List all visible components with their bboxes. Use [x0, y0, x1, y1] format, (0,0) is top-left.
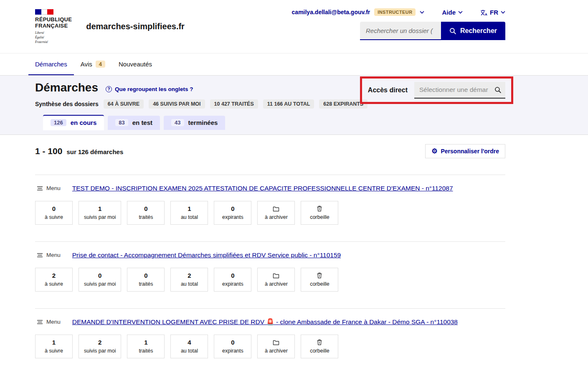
role-badge: INSTRUCTEUR	[374, 8, 416, 16]
gov-name: RÉPUBLIQUE FRANÇAISE	[35, 17, 72, 29]
results-total: sur 126 démarches	[66, 148, 123, 155]
stat-suivis-par-moi[interactable]: 0 suivis par moi	[79, 268, 121, 292]
archive-button[interactable]: à archiver	[257, 268, 295, 292]
account-row: camilya.dellali@beta.gouv.fr INSTRUCTEUR…	[292, 8, 505, 16]
stat-a-suivre[interactable]: 2 à suivre	[35, 268, 73, 292]
stat-expirants[interactable]: 0 expirants	[214, 335, 251, 358]
badge-traites: 10 427 TRAITÉS	[210, 99, 258, 109]
customize-order-button[interactable]: ⚙ Personnaliser l'ordre	[425, 144, 505, 158]
tab-terminees[interactable]: 43 terminées	[164, 116, 225, 130]
tab-en-test-label: en test	[132, 119, 152, 126]
language-selector[interactable]: A FR	[480, 9, 505, 16]
nav-tab-nouveautes[interactable]: Nouveautés	[112, 53, 159, 75]
procedure-row: Menu DEMANDE D'INTERVENTION LOGEMENT AVE…	[35, 308, 505, 375]
site-title[interactable]: demarches-simplifiees.fr	[86, 22, 185, 31]
tab-en-test[interactable]: 83 en test	[108, 116, 160, 130]
language-label: FR	[490, 9, 498, 16]
menu-label: Menu	[46, 252, 61, 258]
procedure-list: Menu TEST DEMO - INSCRIPTION EXAMEN 2025…	[35, 175, 505, 375]
row-menu-button[interactable]: Menu	[35, 251, 62, 259]
annotation-highlight-box: Accès direct	[360, 76, 513, 104]
page-title: Démarches	[35, 81, 98, 94]
trash-button[interactable]: corbeille	[301, 335, 338, 358]
nav-tab-label: Avis	[81, 61, 92, 68]
procedure-title-link[interactable]: Prise de contact - Accompagnement Démarc…	[72, 251, 341, 259]
tab-en-cours[interactable]: 126 en cours	[43, 115, 104, 130]
nav-tab-label: Démarches	[35, 61, 67, 68]
translate-icon: A	[480, 10, 487, 16]
help-label: Aide	[442, 9, 456, 16]
direct-access-select[interactable]	[414, 82, 505, 99]
stat-traites[interactable]: 0 traités	[127, 268, 165, 292]
folder-icon	[273, 339, 279, 346]
folder-icon	[273, 272, 279, 279]
main-content: 1 - 100 sur 126 démarches ⚙ Personnalise…	[35, 144, 505, 375]
chevron-down-icon[interactable]	[420, 11, 424, 14]
republique-francaise-logo: RÉPUBLIQUE FRANÇAISE Liberté Égalité Fra…	[35, 8, 72, 45]
menu-icon	[37, 185, 43, 191]
nav-tab-label: Nouveautés	[119, 61, 152, 68]
question-circle-icon	[106, 86, 112, 92]
procedure-row: Menu TEST DEMO - INSCRIPTION EXAMEN 2025…	[35, 175, 505, 241]
stat-a-suivre[interactable]: 1 à suivre	[35, 335, 73, 358]
archive-button[interactable]: à archiver	[257, 335, 295, 358]
procedure-row: Menu Prise de contact - Accompagnement D…	[35, 241, 505, 308]
dossier-search: Rechercher	[360, 22, 505, 40]
tab-en-test-count: 83	[115, 119, 128, 126]
tab-terminees-label: terminées	[188, 119, 218, 126]
stat-au-total[interactable]: 4 au total	[170, 335, 208, 358]
tab-en-cours-count: 126	[51, 119, 66, 126]
chevron-down-icon	[501, 11, 505, 14]
archive-button[interactable]: à archiver	[257, 201, 295, 225]
procedure-title-link[interactable]: TEST DEMO - INSCRIPTION EXAMEN 2025 ATTE…	[72, 185, 453, 192]
search-icon	[449, 28, 456, 35]
stat-au-total[interactable]: 1 au total	[170, 201, 208, 225]
menu-label: Menu	[46, 319, 61, 325]
french-flag-icon	[35, 9, 53, 15]
avis-count-badge: 4	[96, 61, 105, 68]
main-nav: Démarches Avis 4 Nouveautés	[0, 53, 588, 76]
search-icon	[494, 86, 502, 95]
row-menu-button[interactable]: Menu	[35, 318, 62, 326]
results-count: 1 - 100 sur 126 démarches	[35, 146, 123, 156]
site-header: RÉPUBLIQUE FRANÇAISE Liberté Égalité Fra…	[0, 0, 588, 53]
gear-icon: ⚙	[431, 148, 437, 155]
help-menu[interactable]: Aide	[442, 9, 463, 16]
trash-icon	[317, 205, 322, 212]
folder-icon	[273, 205, 279, 212]
row-menu-button[interactable]: Menu	[35, 184, 62, 192]
tabs-help-link[interactable]: Que regroupent les onglets ?	[106, 86, 193, 92]
account-email-link[interactable]: camilya.dellali@beta.gouv.fr	[292, 9, 370, 15]
tab-terminees-count: 43	[171, 119, 184, 126]
trash-button[interactable]: corbeille	[301, 201, 338, 225]
menu-label: Menu	[46, 185, 61, 191]
gov-name-line2: FRANÇAISE	[35, 23, 72, 29]
trash-icon	[317, 272, 322, 279]
search-button[interactable]: Rechercher	[441, 22, 505, 40]
stat-suivis-par-moi[interactable]: 2 suivis par moi	[79, 335, 121, 358]
badge-suivis-par-moi: 46 SUIVIS PAR MOI	[149, 99, 205, 109]
stat-expirants[interactable]: 0 expirants	[214, 201, 251, 225]
search-input[interactable]	[360, 22, 441, 40]
svg-text:A: A	[485, 13, 487, 16]
status-tabs: 126 en cours 83 en test 43 terminées	[43, 115, 505, 130]
badge-au-total: 11 166 AU TOTAL	[263, 99, 314, 109]
stat-suivis-par-moi[interactable]: 1 suivis par moi	[79, 201, 121, 225]
stat-traites[interactable]: 1 traités	[127, 335, 165, 358]
stat-expirants[interactable]: 0 expirants	[214, 268, 251, 292]
nav-tab-demarches[interactable]: Démarches	[28, 53, 74, 75]
nav-tab-avis[interactable]: Avis 4	[74, 53, 112, 75]
menu-icon	[37, 252, 43, 258]
gov-motto: Liberté Égalité Fraternité	[35, 31, 72, 45]
direct-access-label: Accès direct	[368, 86, 408, 94]
stat-traites[interactable]: 0 traités	[127, 201, 165, 225]
stat-a-suivre[interactable]: 0 à suivre	[35, 201, 73, 225]
trash-button[interactable]: corbeille	[301, 268, 338, 292]
search-button-label: Rechercher	[460, 27, 497, 35]
gov-name-line1: RÉPUBLIQUE	[35, 17, 72, 23]
procedure-title-link[interactable]: DEMANDE D'INTERVENTION LOGEMENT AVEC PRI…	[72, 318, 458, 326]
tab-en-cours-label: en cours	[71, 119, 97, 126]
stat-au-total[interactable]: 2 au total	[170, 268, 208, 292]
menu-icon	[37, 319, 43, 325]
customize-order-label: Personnaliser l'ordre	[441, 148, 499, 155]
